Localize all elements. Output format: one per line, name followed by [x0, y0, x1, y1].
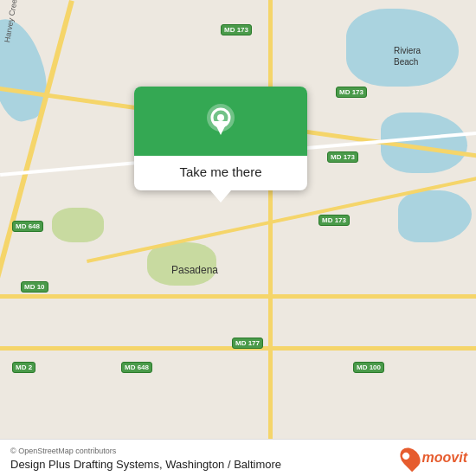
popup-card: Take me there — [134, 87, 307, 190]
road-badge-md2: MD 2 — [12, 362, 35, 373]
road-badge-md173-right3: MD 173 — [318, 215, 350, 226]
road-badge-md648-left: MD 648 — [12, 221, 43, 232]
moovit-logo-area: moovit — [402, 447, 467, 469]
popup-text-area: Take me there — [167, 156, 273, 190]
location-pin-icon — [203, 102, 238, 144]
road-badge-md173-top: MD 173 — [221, 24, 252, 35]
place-label-riviera-beach: RivieraBeach — [394, 45, 421, 68]
svg-point-2 — [217, 114, 224, 121]
popup-button-label[interactable]: Take me there — [179, 164, 261, 179]
attribution-text: © OpenStreetMap contributors — [10, 447, 466, 455]
road-badge-md648-bottom: MD 648 — [121, 362, 152, 373]
road-horizontal-1 — [0, 294, 476, 299]
bottom-bar: © OpenStreetMap contributors Design Plus… — [0, 439, 476, 476]
road-vertical-1 — [268, 0, 273, 476]
place-label-pasadena: Pasadena — [171, 264, 218, 276]
road-badge-md100: MD 100 — [353, 362, 384, 373]
road-badge-md10: MD 10 — [21, 281, 48, 293]
green-area-2 — [52, 208, 104, 242]
road-badge-md177: MD 177 — [232, 338, 263, 349]
road-badge-md173-right2: MD 173 — [327, 151, 358, 163]
location-title: Design Plus Drafting Systems, Washington… — [10, 458, 466, 471]
map-container: MD 173 MD 173 MD 173 MD 173 MD 648 MD 10… — [0, 0, 476, 476]
popup-header — [134, 87, 307, 156]
moovit-wordmark: moovit — [422, 450, 467, 466]
road-badge-md173-right1: MD 173 — [336, 87, 367, 98]
